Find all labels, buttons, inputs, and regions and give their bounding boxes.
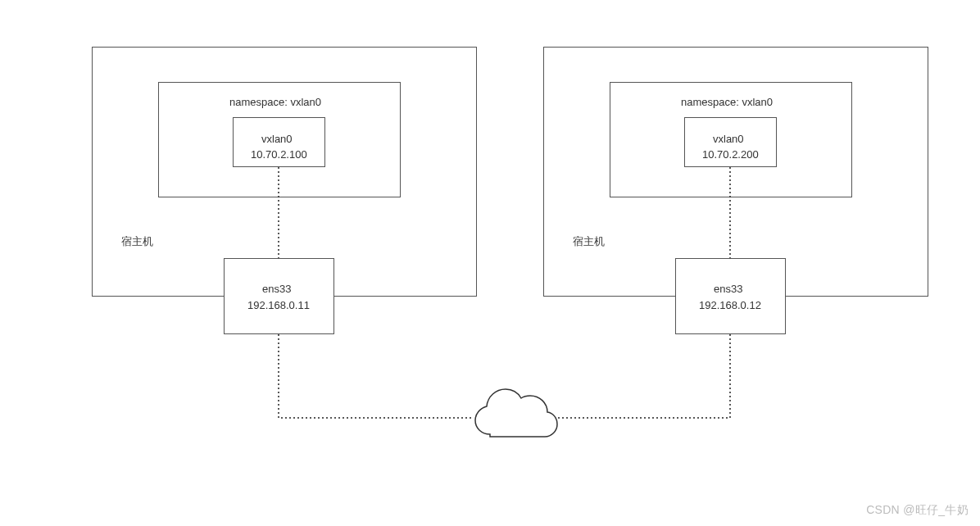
vxlan-ip-2: 10.70.2.200 — [702, 147, 759, 163]
vxlan-ip-1: 10.70.2.100 — [251, 147, 307, 163]
ens33-iface-2: ens33 — [714, 281, 742, 297]
ens33-ip-1: 192.168.0.11 — [247, 297, 310, 314]
ens33-iface-1: ens33 — [262, 281, 291, 297]
network-diagram: 宿主机 namespace: vxlan0 vxlan0 10.70.2.100… — [0, 0, 980, 526]
cloud-icon — [475, 389, 557, 437]
host-label-2: 宿主机 — [573, 234, 605, 250]
namespace-title-2: namespace: vxlan0 — [681, 94, 773, 111]
host-label-1: 宿主机 — [121, 234, 153, 250]
vxlan-iface-1: vxlan0 — [261, 131, 293, 147]
ens33-ip-2: 192.168.0.12 — [699, 297, 761, 314]
vxlan-iface-2: vxlan0 — [713, 131, 744, 147]
namespace-title-1: namespace: vxlan0 — [229, 94, 321, 111]
watermark: CSDN @旺仔_牛奶 — [866, 503, 969, 518]
